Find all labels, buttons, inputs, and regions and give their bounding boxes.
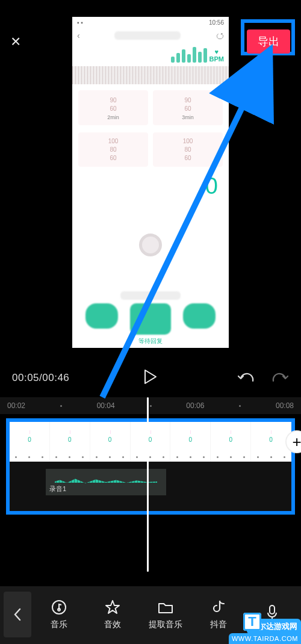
- top-bar: × 导出: [0, 26, 301, 57]
- phone-caption-blurred: [120, 291, 181, 300]
- status-left: ▪ ▪: [77, 19, 83, 26]
- scale-row-1: 90 60 2min 90 60 3min: [72, 87, 229, 129]
- phone-record-button: [139, 234, 162, 256]
- phone-blob-left: [85, 303, 118, 329]
- audio-clip-label: 录音1: [49, 485, 66, 494]
- big-value: 0: [205, 173, 218, 199]
- folder-icon: [157, 599, 174, 616]
- tool-label: 音乐: [51, 619, 67, 630]
- tool-music[interactable]: 音乐: [34, 599, 84, 630]
- phone-bottom-row: [72, 303, 229, 335]
- music-note-icon: [51, 599, 67, 616]
- tool-douyin[interactable]: 抖音: [193, 599, 244, 630]
- douyin-icon: [211, 599, 226, 616]
- ruler-dot: [239, 405, 241, 407]
- video-frame[interactable]: 0: [50, 422, 90, 462]
- undo-button[interactable]: [237, 370, 255, 386]
- status-time: 10:56: [209, 19, 224, 26]
- timeline-tracks[interactable]: 0 0 0 0 0 0 0 + 录音1: [6, 418, 295, 515]
- ruler-tick: 00:08: [276, 401, 294, 410]
- microphone-icon: [265, 604, 279, 621]
- time-display: 00:05/00:46: [12, 372, 69, 384]
- tool-label: 提取音乐: [149, 619, 182, 630]
- redo-button[interactable]: [271, 370, 289, 386]
- tool-label: 音效: [104, 619, 121, 630]
- tool-record[interactable]: [247, 604, 297, 625]
- bottom-toolbar: 音乐 音效 提取音乐 抖音: [0, 586, 301, 644]
- phone-blob-mid: [130, 303, 171, 335]
- playback-controls: 00:05/00:46: [0, 366, 301, 390]
- timeline-ruler[interactable]: 00:02 00:04 00:06 00:08: [0, 397, 301, 414]
- playhead[interactable]: [147, 397, 149, 572]
- svg-rect-1: [270, 605, 275, 614]
- video-preview[interactable]: ▪ ▪ 10:56 ‹ ⭯ ♥ BPM 90 60 2min 90 60 3mi…: [72, 17, 229, 348]
- video-frame[interactable]: 0: [131, 422, 171, 462]
- time-total: 00:46: [42, 372, 69, 383]
- video-frame[interactable]: 0: [211, 422, 251, 462]
- ruler-tick: 00:06: [186, 401, 204, 410]
- time-current: 00:05: [12, 372, 39, 383]
- scale-col-d: 100 80 60: [153, 132, 223, 167]
- scale-col-a: 90 60 2min: [78, 90, 148, 125]
- scale-row-2: 100 80 60 100 80 60: [72, 129, 229, 170]
- video-frame[interactable]: 0: [10, 422, 50, 462]
- ruler-dot: [150, 405, 152, 407]
- star-icon: [105, 599, 120, 616]
- ruler-tick: 00:04: [97, 401, 115, 410]
- audio-waveform: [55, 477, 157, 488]
- export-button[interactable]: 导出: [247, 29, 290, 54]
- ruler-tick: 00:02: [7, 401, 25, 410]
- phone-blob-right: [183, 303, 216, 329]
- tool-sfx[interactable]: 音效: [87, 599, 137, 630]
- tool-label: 抖音: [210, 619, 227, 630]
- tool-extract-music[interactable]: 提取音乐: [140, 599, 191, 630]
- video-frame[interactable]: 0: [170, 422, 211, 462]
- scale-col-b: 90 60 3min: [153, 90, 223, 125]
- video-frame[interactable]: 0: [90, 422, 131, 462]
- close-button[interactable]: ×: [11, 32, 20, 51]
- ruler-dot: [60, 405, 62, 407]
- play-button[interactable]: [143, 369, 158, 387]
- toolbar-back-button[interactable]: [4, 592, 31, 637]
- phone-bottom-caption: 等待回复: [72, 337, 229, 345]
- waveform-strip: [72, 66, 229, 84]
- scale-col-c: 100 80 60: [78, 132, 148, 167]
- video-track[interactable]: 0 0 0 0 0 0 0: [10, 422, 291, 462]
